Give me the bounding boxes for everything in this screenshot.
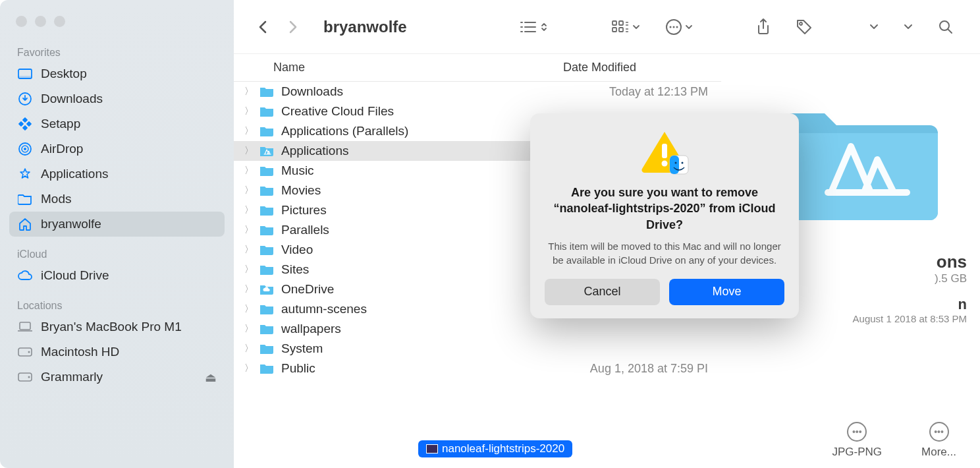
view-list-button[interactable] (512, 20, 555, 34)
disclosure-chevron[interactable]: 〉 (244, 145, 258, 157)
disclosure-chevron[interactable]: 〉 (244, 224, 258, 236)
sidebar-item-label: Mods (41, 192, 71, 206)
quick-action-jpg-png[interactable]: ••• JPG-PNG (832, 422, 883, 459)
drag-thumbnail (426, 444, 438, 453)
disclosure-chevron[interactable]: 〉 (244, 125, 258, 137)
forward-button[interactable] (284, 19, 302, 35)
sidebar-item-label: bryanwolfe (41, 217, 101, 231)
folder-icon (17, 191, 33, 207)
file-name: wallpapers (281, 322, 537, 336)
dialog-body: This item will be moved to this Mac and … (545, 239, 784, 267)
main-content: bryanwolfe Name Date Modified 〉Downloads… (234, 0, 980, 468)
section-icloud: iCloud (9, 245, 225, 263)
file-row[interactable]: 〉System (234, 339, 721, 359)
applications-icon (17, 166, 33, 182)
file-row[interactable]: 〉DownloadsToday at 12:13 PM (234, 82, 721, 102)
svg-rect-4 (18, 121, 24, 127)
finder-window: Favorites Desktop Downloads Setapp AirDr… (0, 0, 980, 468)
disclosure-chevron[interactable]: 〉 (244, 105, 258, 117)
warning-icon (638, 129, 691, 175)
sidebar-item-icloud-drive[interactable]: iCloud Drive (9, 263, 225, 288)
dropdown-1[interactable] (863, 23, 885, 31)
sidebar-item-grammarly[interactable]: Grammarly ⏏ (9, 365, 225, 390)
folder-icon (258, 124, 276, 138)
home-icon (17, 216, 33, 232)
zoom-window[interactable] (54, 16, 65, 27)
sidebar-item-label: iCloud Drive (41, 268, 109, 283)
setapp-icon (17, 116, 33, 132)
disclosure-chevron[interactable]: 〉 (244, 303, 258, 315)
search-button[interactable] (931, 19, 960, 35)
file-name: autumn-scenes (281, 302, 537, 316)
disclosure-chevron[interactable]: 〉 (244, 363, 258, 374)
disclosure-chevron[interactable]: 〉 (244, 343, 258, 355)
qa-label: More... (921, 446, 956, 459)
disclosure-chevron[interactable]: 〉 (244, 264, 258, 276)
svg-point-22 (676, 26, 678, 28)
file-row[interactable]: 〉wallpapers (234, 319, 721, 339)
file-name: OneDrive (281, 282, 537, 297)
group-button[interactable] (605, 20, 647, 34)
disclosure-chevron[interactable]: 〉 (244, 86, 258, 98)
file-name: Music (281, 163, 537, 178)
svg-rect-28 (670, 156, 679, 174)
sidebar-item-macintosh-hd[interactable]: Macintosh HD (9, 339, 225, 365)
svg-point-21 (673, 26, 675, 28)
drag-label: nanoleaf-lightstrips-2020 (442, 442, 564, 455)
disclosure-chevron[interactable]: 〉 (244, 204, 258, 216)
tags-button[interactable] (789, 18, 819, 36)
file-name: Movies (281, 183, 537, 198)
svg-rect-5 (26, 121, 32, 127)
svg-point-26 (662, 161, 668, 167)
section-locations: Locations (9, 296, 225, 314)
sidebar-item-label: Grammarly (41, 370, 103, 384)
back-button[interactable] (254, 19, 272, 35)
folder-icon (258, 104, 276, 119)
move-button[interactable]: Move (669, 279, 784, 305)
file-date: Aug 1, 2018 at 7:59 PI (537, 362, 708, 376)
folder-icon (258, 302, 276, 316)
eject-icon[interactable]: ⏏ (205, 370, 217, 385)
laptop-icon (17, 319, 33, 335)
more-icon: ••• (847, 422, 867, 442)
action-button[interactable] (659, 18, 699, 36)
folder-icon (258, 361, 276, 376)
sidebar-item-label: Desktop (41, 67, 87, 81)
sidebar-item-airdrop[interactable]: AirDrop (9, 136, 225, 161)
sidebar-item-home[interactable]: bryanwolfe (9, 212, 225, 237)
folder-icon (258, 163, 276, 178)
svg-rect-17 (612, 28, 616, 32)
sidebar-item-mods[interactable]: Mods (9, 187, 225, 212)
svg-point-14 (28, 376, 30, 378)
airdrop-icon (17, 141, 33, 157)
close-window[interactable] (16, 16, 27, 27)
disclosure-chevron[interactable]: 〉 (244, 323, 258, 335)
disclosure-chevron[interactable]: 〉 (244, 283, 258, 295)
svg-point-29 (675, 162, 677, 164)
disclosure-chevron[interactable]: 〉 (244, 185, 258, 196)
file-row[interactable]: 〉PublicAug 1, 2018 at 7:59 PI (234, 359, 721, 378)
sidebar-item-downloads[interactable]: Downloads (9, 86, 225, 111)
svg-rect-6 (22, 125, 28, 131)
sidebar-item-macbook[interactable]: Bryan's MacBook Pro M1 (9, 314, 225, 339)
share-button[interactable] (749, 18, 777, 36)
file-name: Sites (281, 262, 537, 277)
sidebar-item-setapp[interactable]: Setapp (9, 111, 225, 136)
sidebar-item-label: Macintosh HD (41, 345, 119, 359)
column-name[interactable]: Name (273, 61, 563, 74)
dropdown-2[interactable] (897, 23, 919, 31)
disk-icon (17, 344, 33, 360)
disclosure-chevron[interactable]: 〉 (244, 244, 258, 256)
cancel-button[interactable]: Cancel (545, 279, 660, 305)
folder-icon (258, 262, 276, 277)
quick-action-more[interactable]: ••• More... (921, 422, 956, 459)
column-date[interactable]: Date Modified (563, 61, 708, 74)
svg-point-20 (670, 26, 672, 28)
sidebar-item-applications[interactable]: Applications (9, 161, 225, 187)
disclosure-chevron[interactable]: 〉 (244, 165, 258, 177)
minimize-window[interactable] (35, 16, 46, 27)
sidebar: Favorites Desktop Downloads Setapp AirDr… (0, 0, 234, 468)
sidebar-item-desktop[interactable]: Desktop (9, 61, 225, 86)
list-header: Name Date Modified (234, 54, 721, 82)
file-name: Parallels (281, 223, 537, 237)
